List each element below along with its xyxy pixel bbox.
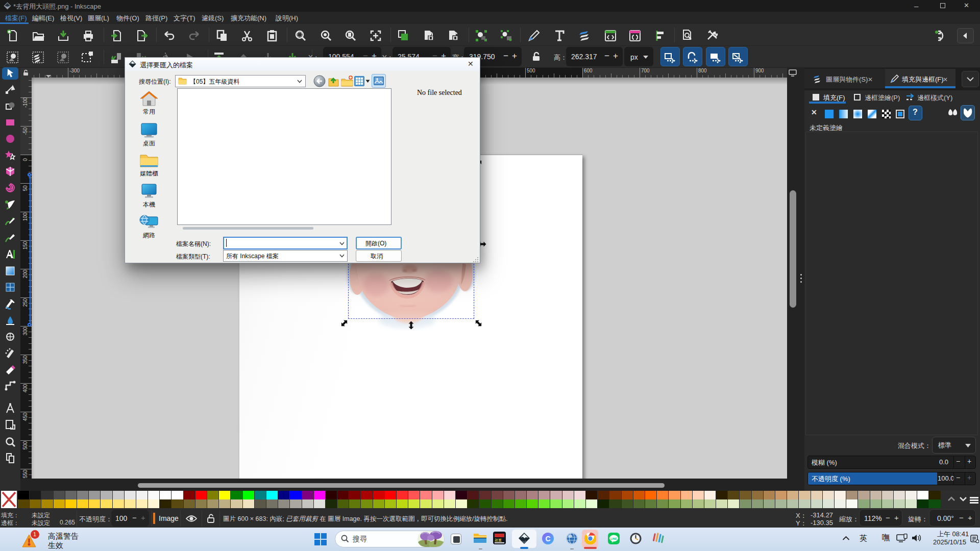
svg-text:C: C (545, 535, 550, 543)
svg-text:LINE: LINE (610, 537, 617, 540)
